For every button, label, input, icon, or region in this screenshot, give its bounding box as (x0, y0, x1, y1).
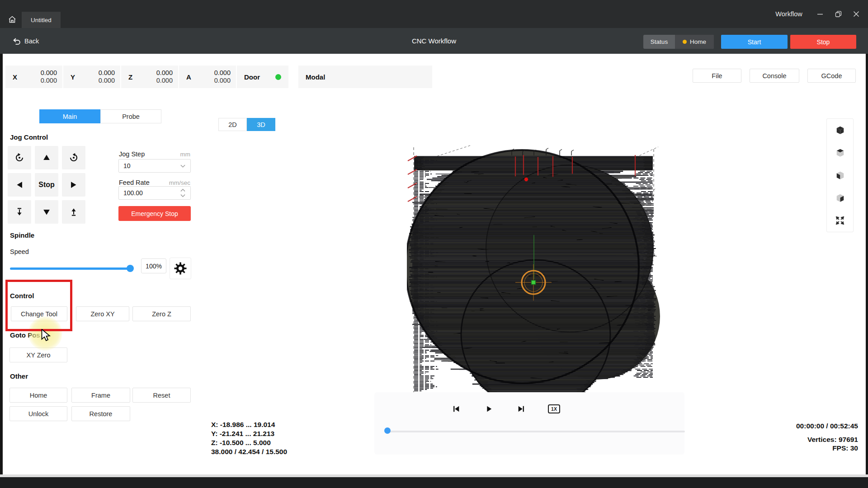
unlock-button[interactable]: Unlock (9, 406, 67, 421)
view-top-button[interactable] (835, 148, 845, 158)
spinner-icons[interactable] (180, 188, 186, 197)
playback-progress-track[interactable] (387, 431, 685, 432)
titlebar: Untitled Workflow (0, 0, 868, 28)
playback-controls: 1X (450, 403, 560, 415)
gcode-panel-button[interactable]: GCode (807, 69, 856, 83)
arrow-down-to-bar-icon (14, 207, 24, 217)
zero-z-button[interactable]: Zero Z (132, 306, 191, 321)
status-badge: Status Home (643, 35, 714, 49)
status-value: Home (690, 38, 706, 45)
close-button[interactable] (847, 6, 865, 22)
tab-main[interactable]: Main (39, 109, 100, 123)
annotation-red-box (5, 280, 72, 331)
other-heading: Other (10, 372, 28, 380)
jog-control-heading: Jog Control (10, 133, 48, 141)
modal-status: Modal (298, 66, 432, 88)
viewport-3d-canvas[interactable] (407, 145, 660, 396)
back-label: Back (24, 38, 39, 45)
app-title: Workflow (764, 0, 814, 28)
play-button[interactable] (483, 403, 495, 415)
start-button[interactable]: Start (721, 35, 788, 49)
emergency-stop-button[interactable]: Emergency Stop (118, 206, 191, 221)
chevron-down-icon (180, 164, 186, 168)
jog-y-plus-button[interactable] (35, 146, 58, 169)
restore-icon (835, 11, 842, 18)
jog-stop-button[interactable]: Stop (35, 173, 58, 197)
home-button[interactable] (4, 12, 21, 27)
view-tab-2d[interactable]: 2D (218, 118, 247, 131)
minimize-button[interactable] (811, 6, 829, 22)
bounds-z: Z: -10.500 ... 5.000 (211, 438, 287, 447)
jog-step-value: 10 (123, 162, 131, 169)
back-button[interactable]: Back (13, 28, 39, 54)
feed-rate-unit: mm/sec (159, 179, 190, 186)
jog-y-minus-button[interactable] (35, 200, 58, 224)
axis-a-work: 0.000 (214, 77, 231, 84)
console-panel-button[interactable]: Console (750, 69, 799, 83)
restore-button[interactable] (829, 6, 847, 22)
frame-button[interactable]: Frame (71, 388, 130, 403)
tab-probe[interactable]: Probe (100, 109, 161, 123)
render-stats: 00:00:00 / 00:52:45 Vertices: 97691 FPS:… (796, 422, 858, 452)
arrow-right-icon (69, 180, 79, 190)
axis-a-machine: 0.000 (214, 69, 231, 77)
spindle-settings-button[interactable] (170, 258, 191, 279)
door-status-dot (275, 74, 281, 80)
view-tab-3d[interactable]: 3D (247, 118, 275, 131)
door-label: Door (244, 73, 260, 81)
toolpath-bounds: X: -18.986 ... 19.014 Y: -21.241 ... 21.… (211, 420, 287, 456)
playback-panel: 1X (374, 392, 684, 455)
axis-readout-x: X 0.0000.000 (5, 66, 62, 88)
arrow-down-icon (42, 207, 52, 217)
modal-label: Modal (306, 73, 325, 81)
mouse-cursor (41, 329, 52, 341)
bounds-size: 38.000 / 42.454 / 15.500 (211, 447, 287, 456)
skip-to-start-button[interactable] (450, 403, 462, 415)
home-icon (8, 15, 17, 24)
axis-z-work: 0.000 (156, 77, 173, 84)
zero-xy-button[interactable]: Zero XY (76, 306, 129, 321)
view-side-button[interactable] (835, 193, 845, 203)
playback-speed-button[interactable]: 1X (548, 404, 560, 413)
view-front-button[interactable] (835, 171, 845, 180)
skip-to-end-button[interactable] (515, 403, 527, 415)
xy-zero-button[interactable]: XY Zero (9, 347, 67, 362)
jog-rotate-ccw-button[interactable] (8, 146, 31, 169)
view-iso-button[interactable] (835, 126, 845, 135)
spindle-speed-slider[interactable] (10, 267, 131, 270)
rotate-cw-icon (68, 152, 79, 163)
axis-a-label: A (179, 73, 214, 81)
spindle-speed-slider-handle[interactable] (127, 265, 134, 272)
home-machine-button[interactable]: Home (9, 388, 67, 403)
jog-x-minus-button[interactable] (8, 173, 31, 197)
axis-x-machine: 0.000 (41, 69, 57, 77)
spindle-speed-value: 100% (141, 258, 166, 273)
axis-z-machine: 0.000 (156, 69, 173, 77)
skip-end-icon (517, 405, 525, 413)
arrow-up-icon (42, 153, 52, 163)
axis-y-label: Y (63, 73, 99, 81)
jog-step-select[interactable]: 10 (118, 159, 191, 173)
jog-z-minus-button[interactable] (8, 200, 31, 224)
skip-start-icon (452, 405, 460, 413)
file-panel-button[interactable]: File (693, 69, 741, 83)
close-icon (853, 11, 859, 17)
reset-button[interactable]: Reset (132, 388, 191, 403)
document-tab-label: Untitled (31, 17, 52, 23)
document-tab[interactable]: Untitled (22, 12, 61, 28)
view-cube-toolbar (826, 118, 854, 232)
feed-rate-input[interactable]: 100.00 (118, 186, 191, 200)
window-controls (811, 0, 865, 28)
fit-view-button[interactable] (835, 216, 844, 225)
playback-progress-handle[interactable] (384, 427, 391, 434)
axis-y-machine: 0.000 (99, 69, 115, 77)
stop-button[interactable]: Stop (790, 35, 856, 49)
jog-rotate-cw-button[interactable] (62, 146, 85, 169)
rotate-ccw-icon (14, 152, 25, 163)
jog-z-plus-button[interactable] (62, 200, 85, 224)
jog-x-plus-button[interactable] (62, 173, 85, 197)
restore-machine-button[interactable]: Restore (71, 406, 130, 421)
axis-readout-y: Y 0.0000.000 (63, 66, 120, 88)
navbar: CNC Workflow Back Status Home Start Stop (0, 28, 868, 54)
axis-y-work: 0.000 (99, 77, 115, 84)
